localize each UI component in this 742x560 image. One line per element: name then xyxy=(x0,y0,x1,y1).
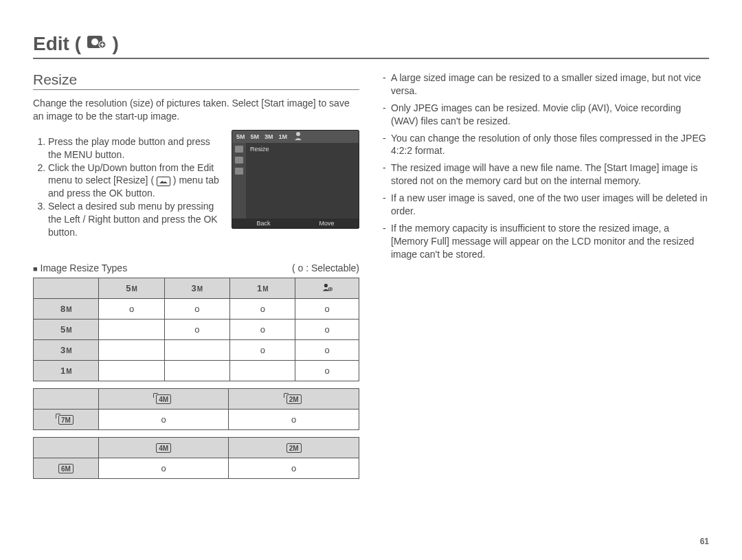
cell: o xyxy=(295,360,359,381)
svg-point-1 xyxy=(91,38,98,45)
cell: o xyxy=(164,319,229,339)
types-label: ■ Image Resize Types xyxy=(33,262,127,273)
col-4m-wide: 4M xyxy=(98,388,229,409)
cell: o xyxy=(295,339,359,360)
lcd-top-bar: 5M 5M 3M 1M xyxy=(232,131,359,143)
cell: o xyxy=(229,458,359,478)
note-item: You can change the resolution of only th… xyxy=(383,132,709,158)
lcd-top-1m: 1M xyxy=(279,133,288,140)
row-3m: 3M xyxy=(34,339,99,360)
step-2: Click the Up/Down button from the Edit m… xyxy=(48,161,222,201)
cell: o xyxy=(295,298,359,319)
cell: o xyxy=(295,319,359,339)
resize-table-wide-1: 4M 2M 7M o o xyxy=(33,388,359,430)
note-item: If the memory capacity is insufficient t… xyxy=(383,222,709,261)
row-5m: 5M xyxy=(34,319,99,339)
table-corner xyxy=(34,278,99,298)
lcd-side-icon xyxy=(235,146,243,153)
svg-point-6 xyxy=(330,289,331,290)
cell xyxy=(164,339,229,360)
table-corner xyxy=(34,437,99,458)
step-1: Press the play mode button and press the… xyxy=(48,135,222,161)
cell xyxy=(99,339,164,360)
left-column: Resize Change the resolution (size) of p… xyxy=(33,71,359,486)
cell: o xyxy=(230,298,295,319)
content-columns: Resize Change the resolution (size) of p… xyxy=(33,71,709,486)
cell xyxy=(164,360,229,381)
resize-icon xyxy=(157,177,170,186)
edit-icon xyxy=(87,33,107,49)
lcd-preview: 5M 5M 3M 1M Resize xyxy=(232,130,359,229)
table-corner xyxy=(34,388,99,409)
col-4m-wide2: 4M xyxy=(98,437,229,458)
cell: o xyxy=(98,458,229,478)
col-2m-wide2: 2M xyxy=(229,437,359,458)
lcd-top-5m-2: 5M xyxy=(251,133,260,140)
lcd-side-icon xyxy=(235,168,243,175)
row-1m: 1M xyxy=(34,360,99,381)
cell: o xyxy=(230,339,295,360)
lcd-bottom-bar: Back Move xyxy=(232,219,359,228)
col-3m: 3M xyxy=(164,278,229,298)
note-item: If a new user image is saved, one of the… xyxy=(383,192,709,218)
row-6m-wide2: 6M xyxy=(34,458,99,478)
note-item: A large sized image can be resized to a … xyxy=(383,71,709,98)
lcd-side-icon xyxy=(235,157,243,164)
cell xyxy=(230,360,295,381)
cell: o xyxy=(230,319,295,339)
title-text: Edit xyxy=(33,33,69,54)
step-3: Select a desired sub menu by pressing th… xyxy=(48,200,222,239)
selectable-legend: ( o : Selectable) xyxy=(292,262,359,273)
cell: o xyxy=(98,409,229,429)
cell: o xyxy=(229,409,359,429)
start-image-icon xyxy=(322,284,333,294)
page-title-row: Edit ( ) xyxy=(33,33,709,59)
svg-point-4 xyxy=(324,284,328,287)
note-item: The resized image will have a new file n… xyxy=(383,161,709,188)
notes-list: A large sized image can be resized to a … xyxy=(383,71,709,261)
cell: o xyxy=(164,298,229,319)
cell xyxy=(99,360,164,381)
resize-table-wide-2: 4M 2M 6M o o xyxy=(33,437,359,479)
col-1m: 1M xyxy=(230,278,295,298)
lcd-sidebar xyxy=(232,143,246,219)
col-startimage xyxy=(295,278,359,298)
cell: o xyxy=(99,298,164,319)
manual-page: Edit ( ) Resize Change the resolution (s… xyxy=(0,0,742,486)
paren-open: ( xyxy=(75,33,81,54)
col-5m: 5M xyxy=(99,278,164,298)
lcd-move-label: Move xyxy=(319,220,334,227)
row-7m-wide: 7M xyxy=(34,409,99,429)
cell xyxy=(99,319,164,339)
page-number: 61 xyxy=(700,537,709,546)
steps-and-figure: Press the play mode button and press the… xyxy=(33,130,359,245)
right-column: A large sized image can be resized to a … xyxy=(383,71,709,486)
resize-subhead: Resize xyxy=(33,71,359,90)
lcd-body: Resize xyxy=(246,143,359,219)
row-8m: 8M xyxy=(34,298,99,319)
resize-intro: Change the resolution (size) of pictures… xyxy=(33,97,359,123)
lcd-top-person-icon xyxy=(294,131,305,142)
note-item: Only JPEG images can be resized. Movie c… xyxy=(383,102,709,128)
lcd-top-5m: 5M xyxy=(236,133,245,140)
steps-list: Press the play mode button and press the… xyxy=(33,135,222,239)
lcd-top-3m: 3M xyxy=(265,133,273,140)
svg-point-3 xyxy=(296,132,300,136)
resize-table-standard: 5M 3M 1M 8M o o o o 5 xyxy=(33,278,359,381)
col-2m-wide: 2M xyxy=(229,388,359,409)
resize-types-caption: ■ Image Resize Types ( o : Selectable) xyxy=(33,262,359,273)
lcd-back-label: Back xyxy=(256,220,270,227)
lcd-menu-label: Resize xyxy=(250,146,355,153)
paren-close: ) xyxy=(113,33,119,54)
page-title: Edit ( ) xyxy=(33,33,119,55)
